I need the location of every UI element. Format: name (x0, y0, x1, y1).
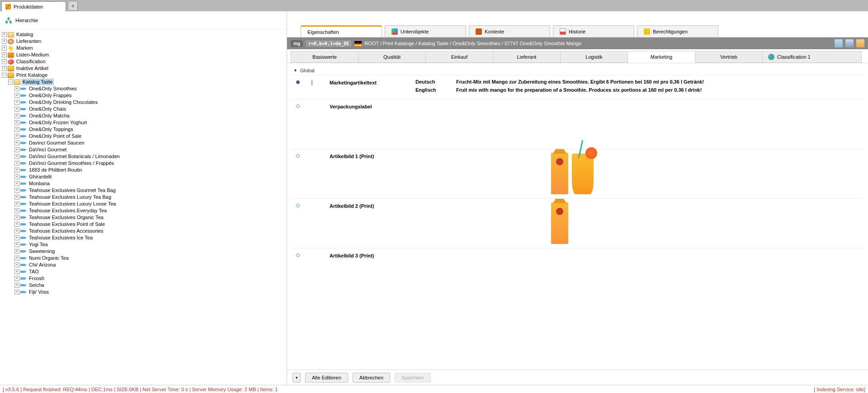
tree-node[interactable]: +One&Only Chais (14, 106, 286, 112)
tree-node-label[interactable]: Classification (15, 58, 47, 65)
tree-node[interactable]: −Katalog Taste (8, 79, 286, 85)
edit-all-button[interactable]: Alle Editieren (305, 373, 348, 383)
tree-h-scroll[interactable] (0, 379, 287, 385)
expand-icon[interactable]: + (2, 39, 7, 44)
tree-node[interactable]: +One&Only Toppings (14, 126, 286, 133)
tree-node-label[interactable]: Teahouse Exclusives Everyday Tea (28, 207, 108, 214)
rtab-eigenschaften[interactable]: Eigenschaften (301, 25, 382, 37)
tree-node[interactable]: +Numi Organic Tea (14, 255, 286, 262)
tree-container[interactable]: +Katalog+Lieferanten+Marken+Listen-Mediu… (0, 29, 287, 379)
expand-icon[interactable]: + (14, 229, 19, 234)
expand-icon[interactable]: + (14, 100, 19, 105)
tree-node-label[interactable]: TAO (28, 268, 40, 275)
content-area[interactable]: ▼ Global Marketingartikeltext Deutsch Fr… (287, 63, 868, 370)
tree-node[interactable]: +Teahouse Exclusives Luxury Tea Bag (14, 194, 286, 201)
action-icon-1[interactable] (835, 39, 843, 47)
tree-node[interactable]: +Froosh (14, 275, 286, 282)
collapse-icon[interactable]: − (8, 80, 13, 84)
collapse-icon[interactable]: − (2, 73, 7, 78)
tree-node[interactable]: +Sweetening (14, 248, 286, 255)
button-menu-caret[interactable]: ▾ (292, 373, 301, 383)
tree-node[interactable]: +Fiji/ Voss (14, 289, 286, 295)
subtab-basiswerte[interactable]: Basiswerte (291, 51, 359, 63)
expand-icon[interactable]: + (14, 174, 19, 179)
expand-icon[interactable]: + (14, 249, 19, 254)
tree-node[interactable]: +Marken (2, 45, 286, 51)
rtab-berechtigungen[interactable]: Berechtigungen (637, 25, 718, 37)
tree-node[interactable]: +One&Only Point of Sale (14, 133, 286, 140)
tree-node-label[interactable]: Fiji/ Voss (28, 289, 50, 295)
expand-icon[interactable]: + (14, 181, 19, 186)
rtab-unterobjekte[interactable]: Unterobjekte (385, 25, 466, 37)
expand-icon[interactable]: + (14, 168, 19, 173)
tree-node[interactable]: +Katalog (2, 31, 286, 38)
tree-node-label[interactable]: Inaktive Artikel (15, 65, 50, 72)
badge-context[interactable]: r=0,b=0,l=de_DE (306, 40, 352, 47)
rtab-kontexte[interactable]: Kontexte (469, 25, 550, 37)
tree-node[interactable]: +One&Only Smoothies (14, 85, 286, 92)
tree-node-label[interactable]: Yogi Tea (28, 241, 49, 248)
rtab-historie[interactable]: Historie (553, 25, 634, 37)
expand-icon[interactable]: + (14, 134, 19, 139)
tree-node-label[interactable]: Chi/ Arizona (28, 262, 57, 268)
section-global-header[interactable]: ▼ Global (292, 66, 863, 75)
tree-node[interactable]: +Teahouse Exclusives Ice Tea (14, 234, 286, 241)
tree-node-label[interactable]: Froosh (28, 275, 46, 282)
tree-node-label[interactable]: DaVinci Gourmet (28, 146, 68, 153)
tree-node-label[interactable]: One&Only Frappés (28, 92, 73, 99)
tree-node[interactable]: +One&Only Frappés (14, 92, 286, 99)
expand-icon[interactable]: + (14, 188, 19, 193)
expand-icon[interactable]: + (14, 222, 19, 227)
product-image-1[interactable] (415, 153, 862, 194)
tree-node-label[interactable]: Teahouse Exclusives Gourmet Tea Bag (28, 187, 117, 194)
expand-icon[interactable]: + (14, 290, 19, 295)
expand-icon[interactable]: + (2, 52, 7, 57)
tree-node[interactable]: +Yogi Tea (14, 241, 286, 248)
tree-node-label[interactable]: One&Only Toppings (28, 126, 75, 133)
subtab-einkauf[interactable]: Einkauf (425, 51, 493, 63)
tree-node-label[interactable]: Katalog Taste (21, 79, 54, 85)
subtab-qualität[interactable]: Qualität (358, 51, 426, 63)
tab-add-button[interactable]: + (68, 1, 78, 11)
tree-node-label[interactable]: Lieferanten (15, 38, 42, 45)
tree-node-label[interactable]: Teahouse Exclusives Accessories (28, 228, 104, 234)
tree-node-label[interactable]: One&Only Frozen Yoghurt (28, 119, 88, 126)
tree-node[interactable]: +1883 de Philibert Routin (14, 167, 286, 173)
tree-node[interactable]: +TAO (14, 268, 286, 275)
tree-node-label[interactable]: Numi Organic Tea (28, 255, 70, 262)
tree-node[interactable]: +Seicha (14, 282, 286, 289)
tree-node[interactable]: +One&Only Matcha (14, 112, 286, 119)
tree-node-label[interactable]: Davinci Gourmet Saucen (28, 140, 85, 146)
tree-node[interactable]: +DaVinci Gourmet (14, 146, 286, 153)
tree-node-label[interactable]: DaVinci Gourmet Smoothies / Frappés (28, 160, 115, 167)
tree-node[interactable]: +Teahouse Exclusives Point of Sale (14, 221, 286, 228)
tree-node-label[interactable]: One&Only Drinking Chocolates (28, 99, 99, 106)
tree-node-label[interactable]: Teahouse Exclusives Ice Tea (28, 234, 94, 241)
subtab-logistik[interactable]: Logistik (560, 51, 628, 63)
cancel-button[interactable]: Abbrechen (353, 373, 390, 383)
tree-node-label[interactable]: Teahouse Exclusives Point of Sale (28, 221, 106, 228)
expand-icon[interactable]: + (14, 161, 19, 166)
expand-icon[interactable]: + (14, 120, 19, 125)
expand-icon[interactable]: + (14, 262, 19, 267)
tab-produktdaten[interactable]: Produktdaten (1, 1, 66, 11)
subtab-classification-1[interactable]: Classification 1 (762, 51, 862, 63)
expand-icon[interactable]: + (14, 195, 19, 200)
tree-node-label[interactable]: Katalog (15, 31, 34, 38)
tree-node-label[interactable]: One&Only Point of Sale (28, 133, 83, 140)
expand-icon[interactable]: + (14, 242, 19, 247)
marketing-text-de[interactable]: Frucht-Mix mit Mango zur Zubereitung ein… (456, 79, 704, 84)
tree-node-label[interactable]: 1883 de Philibert Routin (28, 167, 83, 173)
expand-icon[interactable]: + (14, 256, 19, 261)
tree-node[interactable]: +Classification (2, 58, 286, 65)
tree-node-label[interactable]: Marken (15, 45, 34, 51)
tree-node[interactable]: +Teahouse Exclusives Organic Tea (14, 214, 286, 221)
expand-icon[interactable]: + (2, 32, 7, 37)
expand-icon[interactable]: + (14, 86, 19, 91)
tree-node[interactable]: +Ghirardelli (14, 173, 286, 180)
tree-node[interactable]: +One&Only Drinking Chocolates (14, 99, 286, 106)
expand-icon[interactable]: + (14, 93, 19, 98)
tree-node[interactable]: +Chi/ Arizona (14, 262, 286, 268)
tree-node-label[interactable]: Monbana (28, 180, 51, 187)
expand-icon[interactable]: + (14, 154, 19, 159)
